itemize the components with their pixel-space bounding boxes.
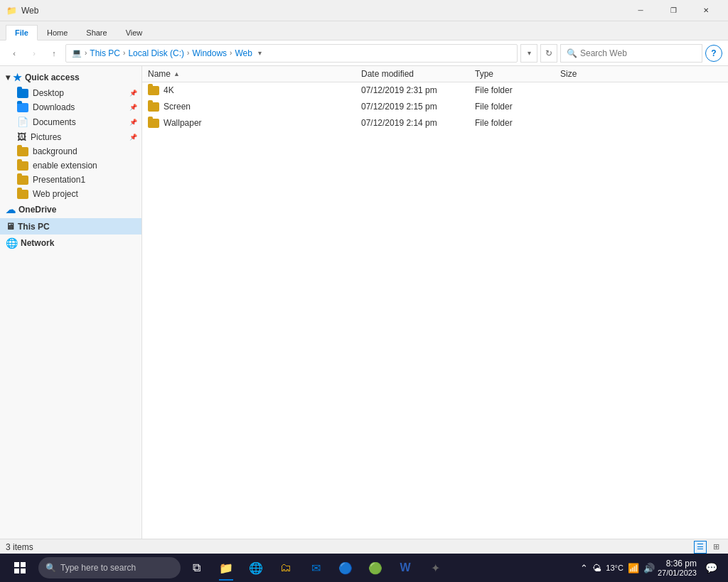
tab-share[interactable]: Share xyxy=(77,25,116,40)
file-date-screen: 07/12/2019 2:15 pm xyxy=(361,102,475,112)
file-name-wallpaper: Wallpaper xyxy=(148,118,361,128)
main-content: ▾ ★ Quick access Desktop 📌 Downloads 📌 📄… xyxy=(0,66,728,539)
sidebar-item-label-background: background xyxy=(33,146,77,156)
pin-icon-pictures: 📌 xyxy=(129,134,137,141)
taskbar-task-view[interactable]: ⧉ xyxy=(182,554,210,582)
sidebar-item-presentation1[interactable]: Presentation1 xyxy=(0,173,141,187)
weather-icon: 🌤 xyxy=(592,563,601,573)
forward-button[interactable]: › xyxy=(26,45,43,62)
search-input[interactable] xyxy=(580,48,696,58)
onedrive-label: OneDrive xyxy=(18,205,56,215)
volume-icon[interactable]: 🔊 xyxy=(643,563,655,573)
taskbar-app[interactable]: ✦ xyxy=(421,554,449,582)
quick-access-star-icon: ★ xyxy=(13,72,22,83)
onedrive-icon: ☁ xyxy=(6,204,16,215)
col-header-name[interactable]: Name ▲ xyxy=(148,69,361,79)
thispc-header[interactable]: 🖥 This PC xyxy=(0,218,141,235)
notification-button[interactable]: 💬 xyxy=(700,554,722,582)
breadcrumb-web[interactable]: Web xyxy=(235,48,252,58)
network-header[interactable]: 🌐 Network xyxy=(0,235,141,252)
address-dropdown-button[interactable]: ▾ xyxy=(520,44,537,63)
system-clock[interactable]: 8:36 pm 27/01/2023 xyxy=(658,559,697,577)
up-button[interactable]: ↑ xyxy=(46,45,63,62)
background-folder-icon xyxy=(17,147,28,156)
taskbar-folders[interactable]: 🗂 xyxy=(272,554,300,582)
view-controls: ☰ ⊞ xyxy=(694,541,722,554)
clock-date: 27/01/2023 xyxy=(658,568,697,577)
tab-file[interactable]: File xyxy=(6,25,38,41)
sidebar-item-documents[interactable]: 📄 Documents 📌 xyxy=(0,114,141,129)
tab-home[interactable]: Home xyxy=(38,25,77,40)
taskbar-chrome2[interactable]: 🟢 xyxy=(361,554,390,582)
sidebar-item-background[interactable]: background xyxy=(0,144,141,158)
sidebar-item-label-web-project: Web project xyxy=(33,189,78,199)
breadcrumb-thispc[interactable]: This PC xyxy=(90,48,120,58)
network-tray-icon[interactable]: 📶 xyxy=(628,563,639,573)
start-button[interactable] xyxy=(3,554,37,582)
col-header-type[interactable]: Type xyxy=(475,69,560,79)
breadcrumb-localdisk[interactable]: Local Disk (C:) xyxy=(128,48,184,58)
edge-icon: 🌐 xyxy=(249,561,263,575)
view-large-button[interactable]: ⊞ xyxy=(710,541,722,554)
back-button[interactable]: ‹ xyxy=(6,45,23,62)
web-project-folder-icon xyxy=(17,190,28,199)
sidebar-item-downloads[interactable]: Downloads 📌 xyxy=(0,100,141,114)
quick-access-label: Quick access xyxy=(25,72,80,82)
column-headers: Name ▲ Date modified Type Size xyxy=(142,66,728,82)
col-header-date[interactable]: Date modified xyxy=(361,69,475,79)
folder-icon-wallpaper xyxy=(148,119,159,128)
sidebar-item-label-presentation1: Presentation1 xyxy=(33,175,85,185)
pin-icon-downloads: 📌 xyxy=(129,104,137,111)
close-button[interactable]: ✕ xyxy=(690,0,722,21)
sidebar-item-desktop[interactable]: Desktop 📌 xyxy=(0,86,141,100)
taskbar-search-icon: 🔍 xyxy=(46,563,56,573)
pictures-icon: 🖼 xyxy=(17,131,26,142)
sidebar-item-pictures[interactable]: 🖼 Pictures 📌 xyxy=(0,129,141,144)
breadcrumb[interactable]: 💻 › This PC › Local Disk (C:) › Windows … xyxy=(65,44,518,63)
sidebar-item-label-downloads: Downloads xyxy=(33,102,75,112)
tab-view[interactable]: View xyxy=(117,25,152,40)
minimize-button[interactable]: ─ xyxy=(624,0,657,21)
col-header-size[interactable]: Size xyxy=(560,69,617,79)
view-details-button[interactable]: ☰ xyxy=(694,541,707,554)
sidebar-item-label-pictures: Pictures xyxy=(31,132,61,142)
file-date-wallpaper: 07/12/2019 2:14 pm xyxy=(361,118,475,128)
svg-rect-1 xyxy=(21,562,26,567)
quick-access-header[interactable]: ▾ ★ Quick access xyxy=(0,69,141,86)
pin-icon-desktop: 📌 xyxy=(129,90,137,97)
taskbar-word[interactable]: W xyxy=(391,554,419,582)
taskbar-chrome[interactable]: 🔵 xyxy=(331,554,360,582)
taskbar-search-bar[interactable]: 🔍 xyxy=(38,557,181,578)
breadcrumb-windows[interactable]: Windows xyxy=(192,48,227,58)
breadcrumb-pc-icon: 💻 xyxy=(72,48,82,58)
folders-icon: 🗂 xyxy=(280,561,291,574)
taskbar-edge[interactable]: 🌐 xyxy=(242,554,270,582)
svg-rect-3 xyxy=(21,568,26,573)
status-bar: 3 items ☰ ⊞ xyxy=(0,539,728,554)
enable-extension-folder-icon xyxy=(17,161,28,171)
file-row-screen[interactable]: Screen 07/12/2019 2:15 pm File folder xyxy=(142,99,728,115)
maximize-button[interactable]: ❐ xyxy=(657,0,690,21)
breadcrumb-arrow xyxy=(258,49,262,57)
taskbar-file-explorer[interactable]: 📁 xyxy=(212,554,240,582)
chrome-icon: 🔵 xyxy=(338,561,353,575)
tray-chevron[interactable]: ⌃ xyxy=(580,563,588,573)
title-bar: 📁 Web ─ ❐ ✕ xyxy=(0,0,728,21)
search-bar[interactable]: 🔍 xyxy=(560,44,702,63)
sidebar-item-web-project[interactable]: Web project xyxy=(0,187,141,201)
file-row-wallpaper[interactable]: Wallpaper 07/12/2019 2:14 pm File folder xyxy=(142,115,728,131)
file-date-4k: 07/12/2019 2:31 pm xyxy=(361,85,475,95)
taskbar-search-input[interactable] xyxy=(60,563,167,573)
sidebar-item-enable-extension[interactable]: enable extension xyxy=(0,158,141,173)
title-bar-controls: ─ ❐ ✕ xyxy=(624,0,722,21)
file-explorer-icon: 📁 xyxy=(219,561,233,575)
sidebar: ▾ ★ Quick access Desktop 📌 Downloads 📌 📄… xyxy=(0,66,142,539)
mail-icon: ✉ xyxy=(311,561,321,575)
file-row-4k[interactable]: 4K 07/12/2019 2:31 pm File folder xyxy=(142,82,728,99)
refresh-button[interactable]: ↻ xyxy=(540,44,557,63)
file-type-wallpaper: File folder xyxy=(475,118,560,128)
windows-logo-icon xyxy=(14,562,26,573)
onedrive-header[interactable]: ☁ OneDrive xyxy=(0,201,141,218)
taskbar-mail[interactable]: ✉ xyxy=(301,554,330,582)
help-button[interactable]: ? xyxy=(705,45,722,62)
